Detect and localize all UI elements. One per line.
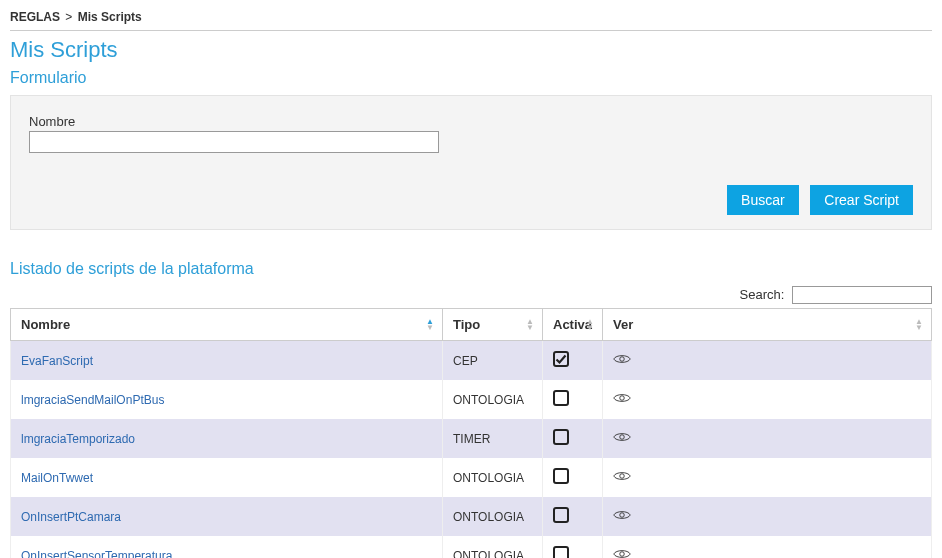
form-section-title: Formulario <box>10 69 932 87</box>
svg-point-3 <box>620 396 625 401</box>
row-name-link[interactable]: OnInsertSensorTemperatura <box>21 549 172 559</box>
row-tipo: ONTOLOGIA <box>443 536 543 558</box>
eye-icon[interactable] <box>613 431 631 443</box>
sort-icon: ▲▼ <box>586 319 594 331</box>
row-tipo: ONTOLOGIA <box>443 380 543 419</box>
row-name-link[interactable]: lmgraciaSendMailOnPtBus <box>21 393 164 407</box>
table-row: OnInsertPtCamaraONTOLOGIA <box>11 497 932 536</box>
row-tipo: TIMER <box>443 419 543 458</box>
checkbox-icon[interactable] <box>553 390 569 406</box>
crear-script-button[interactable]: Crear Script <box>810 185 913 215</box>
scripts-table: Nombre ▲▼ Tipo ▲▼ Activa ▲▼ Ver ▲▼ EvaFa… <box>10 308 932 558</box>
sort-icon: ▲▼ <box>426 319 434 331</box>
table-row: OnInsertSensorTemperaturaONTOLOGIA <box>11 536 932 558</box>
checkbox-icon[interactable] <box>553 351 569 367</box>
row-name-link[interactable]: EvaFanScript <box>21 354 93 368</box>
name-input[interactable] <box>29 131 439 153</box>
svg-rect-10 <box>554 547 568 558</box>
table-row: lmgraciaSendMailOnPtBusONTOLOGIA <box>11 380 932 419</box>
page-title: Mis Scripts <box>10 37 932 63</box>
name-label: Nombre <box>29 114 913 129</box>
breadcrumb-sep: > <box>65 10 72 24</box>
row-tipo: ONTOLOGIA <box>443 497 543 536</box>
col-header-tipo[interactable]: Tipo ▲▼ <box>443 309 543 341</box>
svg-point-7 <box>620 474 625 479</box>
form-panel: Nombre Buscar Crear Script <box>10 95 932 230</box>
breadcrumb: REGLAS > Mis Scripts <box>10 6 932 30</box>
row-name-link[interactable]: MailOnTwwet <box>21 471 93 485</box>
eye-icon[interactable] <box>613 353 631 365</box>
row-tipo: CEP <box>443 341 543 381</box>
breadcrumb-root[interactable]: REGLAS <box>10 10 60 24</box>
table-row: EvaFanScriptCEP <box>11 341 932 381</box>
search-label: Search: <box>740 287 785 302</box>
svg-point-9 <box>620 513 625 518</box>
table-row: lmgraciaTemporizadoTIMER <box>11 419 932 458</box>
col-header-tipo-label: Tipo <box>453 317 480 332</box>
checkbox-icon[interactable] <box>553 507 569 523</box>
svg-point-11 <box>620 552 625 557</box>
col-header-activa[interactable]: Activa ▲▼ <box>543 309 603 341</box>
svg-rect-2 <box>554 391 568 405</box>
sort-icon: ▲▼ <box>915 319 923 331</box>
col-header-nombre[interactable]: Nombre ▲▼ <box>11 309 443 341</box>
divider <box>10 30 932 31</box>
svg-point-1 <box>620 357 625 362</box>
eye-icon[interactable] <box>613 392 631 404</box>
eye-icon[interactable] <box>613 509 631 521</box>
list-section-title: Listado de scripts de la plataforma <box>10 260 932 278</box>
svg-rect-8 <box>554 508 568 522</box>
col-header-ver-label: Ver <box>613 317 633 332</box>
eye-icon[interactable] <box>613 470 631 482</box>
svg-rect-4 <box>554 430 568 444</box>
breadcrumb-current: Mis Scripts <box>78 10 142 24</box>
checkbox-icon[interactable] <box>553 468 569 484</box>
row-tipo: ONTOLOGIA <box>443 458 543 497</box>
checkbox-icon[interactable] <box>553 546 569 558</box>
table-row: MailOnTwwetONTOLOGIA <box>11 458 932 497</box>
checkbox-icon[interactable] <box>553 429 569 445</box>
search-input[interactable] <box>792 286 932 304</box>
buscar-button[interactable]: Buscar <box>727 185 799 215</box>
col-header-ver[interactable]: Ver ▲▼ <box>603 309 932 341</box>
svg-rect-6 <box>554 469 568 483</box>
row-name-link[interactable]: lmgraciaTemporizado <box>21 432 135 446</box>
row-name-link[interactable]: OnInsertPtCamara <box>21 510 121 524</box>
svg-rect-0 <box>554 352 568 366</box>
eye-icon[interactable] <box>613 548 631 558</box>
col-header-nombre-label: Nombre <box>21 317 70 332</box>
svg-point-5 <box>620 435 625 440</box>
sort-icon: ▲▼ <box>526 319 534 331</box>
